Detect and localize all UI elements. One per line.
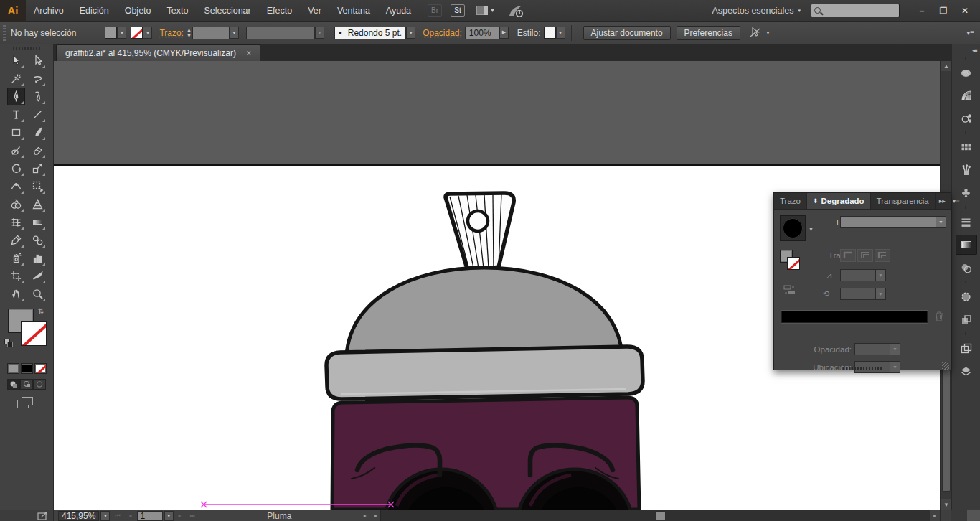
gradient-button[interactable]	[21, 363, 33, 374]
stroke-panel-link[interactable]: Trazo:	[159, 28, 184, 38]
tab-transparencia[interactable]: Transparencia	[871, 193, 936, 209]
scroll-up-icon[interactable]: ▲	[941, 61, 952, 71]
chevron-down-icon[interactable]: ▼	[556, 27, 565, 39]
tool-blob-brush[interactable]	[7, 141, 25, 159]
tab-degradado[interactable]: ⬍ Degradado	[807, 193, 871, 209]
stroke-color-control[interactable]: ▼	[131, 27, 152, 39]
tool-direct-selection[interactable]	[29, 52, 47, 70]
dock-grip[interactable]	[965, 281, 967, 283]
fit-document-button[interactable]: Ajustar documento	[583, 26, 671, 40]
dock-color-icon[interactable]	[956, 62, 977, 83]
stroke-width-stepper[interactable]: ▲▼	[187, 27, 192, 38]
minimize-button[interactable]: –	[911, 3, 933, 19]
dock-artboards-icon[interactable]	[956, 338, 977, 358]
menu-ayuda[interactable]: Ayuda	[378, 0, 419, 22]
menu-texto[interactable]: Texto	[159, 0, 197, 22]
isolate-selection-control[interactable]: ▼	[749, 27, 771, 39]
menu-efecto[interactable]: Efecto	[259, 0, 300, 22]
dock-transparency-icon[interactable]	[956, 258, 977, 278]
hscroll-right-icon[interactable]: ▸	[930, 512, 940, 519]
opacity-dropdown[interactable]: ▼	[854, 343, 900, 355]
dock-grip[interactable]	[965, 131, 967, 134]
tool-zoom[interactable]	[29, 285, 47, 303]
preferences-button[interactable]: Preferencias	[677, 26, 740, 40]
panel-menu-icon[interactable]: ▾≡	[949, 193, 963, 209]
tool-shape-builder[interactable]	[7, 195, 25, 213]
prev-artboard-icon[interactable]: ◂	[126, 512, 136, 519]
collapse-panel-icon[interactable]: ⬍	[813, 197, 819, 205]
hscroll-left-icon[interactable]: ◂	[370, 512, 380, 519]
close-button[interactable]: ✕	[954, 3, 976, 19]
status-flyout-icon[interactable]: ▸	[360, 512, 370, 519]
brush-definition[interactable]: ● Redondo 5 pt.	[334, 27, 406, 39]
panel-resize-grip[interactable]	[942, 362, 949, 370]
fill-swatch[interactable]	[105, 27, 117, 39]
menu-ventana[interactable]: Ventana	[329, 0, 378, 22]
close-tab-icon[interactable]: ✕	[246, 50, 252, 57]
panel-grip[interactable]	[3, 25, 6, 41]
app-logo[interactable]: Ai	[0, 0, 26, 22]
tool-free-transform[interactable]	[29, 177, 47, 195]
stroke-color-well[interactable]	[21, 321, 47, 346]
gradient-fill-stroke-toggle[interactable]	[780, 250, 809, 278]
default-fill-stroke-icon[interactable]	[4, 339, 14, 347]
menu-archivo[interactable]: Archivo	[26, 0, 72, 22]
stroke-gradient-across-button[interactable]	[875, 249, 890, 262]
tool-blend[interactable]	[29, 231, 47, 249]
dock-stroke-icon[interactable]	[956, 212, 977, 232]
style-control[interactable]: ▼	[544, 27, 565, 39]
zoom-dropdown-icon[interactable]: ▼	[100, 511, 110, 521]
tool-column-graph[interactable]	[29, 249, 47, 267]
menu-edicion[interactable]: Edición	[72, 0, 117, 22]
tool-lasso[interactable]	[29, 70, 47, 88]
stroke-gradient-within-button[interactable]	[840, 249, 856, 262]
dock-brushes-icon[interactable]	[956, 160, 977, 180]
artboard-dropdown-icon[interactable]: ▼	[164, 511, 174, 521]
tool-pen[interactable]	[7, 88, 25, 105]
style-swatch[interactable]	[544, 27, 556, 39]
tool-slice[interactable]	[29, 267, 47, 285]
horizontal-scroll-thumb[interactable]	[655, 511, 666, 520]
tool-eraser[interactable]	[29, 141, 47, 159]
chevron-down-icon[interactable]: ▼	[117, 27, 126, 39]
tool-pencil[interactable]	[29, 88, 47, 105]
chevron-down-icon[interactable]: ▼	[406, 27, 415, 39]
control-panel-menu-icon[interactable]: ▾≡	[966, 29, 974, 37]
tool-paintbrush[interactable]	[29, 123, 47, 141]
artboard-number-input[interactable]: 1	[137, 511, 163, 521]
dock-kuler-icon[interactable]	[956, 108, 977, 128]
chevron-down-icon[interactable]: ▼	[230, 27, 239, 39]
fill-color-control[interactable]: ▼	[105, 27, 126, 39]
scroll-down-icon[interactable]: ▼	[941, 499, 952, 510]
tool-magic-wand[interactable]	[7, 70, 25, 88]
dock-swatches-icon[interactable]	[956, 137, 977, 157]
workspace-switcher[interactable]: Aspectos esenciales ▾	[712, 6, 801, 16]
tool-selection[interactable]	[7, 52, 25, 70]
bridge-button[interactable]: Br	[428, 4, 442, 17]
menu-seleccionar[interactable]: Seleccionar	[196, 0, 258, 22]
spray-nozzle[interactable]	[446, 193, 514, 269]
last-artboard-icon[interactable]: ⏭	[187, 512, 199, 520]
panel-grip[interactable]	[13, 47, 40, 50]
menu-ver[interactable]: Ver	[300, 0, 329, 22]
stroke-gradient-along-button[interactable]	[857, 249, 873, 262]
chevron-down-icon[interactable]: ▼	[143, 27, 152, 39]
stroke-swatch[interactable]	[131, 27, 143, 39]
dock-color-guide-icon[interactable]	[956, 85, 977, 105]
chevron-right-icon[interactable]: ▶	[499, 27, 509, 39]
dock-grip[interactable]	[965, 57, 967, 60]
cap-dome[interactable]	[347, 268, 622, 358]
gradient-thumbnail[interactable]	[780, 215, 806, 241]
stroke-width-input[interactable]	[192, 27, 230, 39]
next-artboard-icon[interactable]: ▸	[175, 512, 185, 519]
panel-grip[interactable]	[843, 367, 883, 370]
tool-rectangle[interactable]	[7, 123, 25, 141]
draw-inside-button[interactable]	[33, 379, 46, 390]
tool-width[interactable]	[7, 177, 25, 195]
draw-normal-button[interactable]	[7, 379, 20, 390]
tab-overflow-icon[interactable]: ▸▸	[936, 193, 949, 209]
tool-rotate[interactable]	[7, 159, 25, 177]
menu-objeto[interactable]: Objeto	[117, 0, 159, 22]
none-button[interactable]	[34, 363, 47, 374]
gradient-type-dropdown[interactable]: ▼	[840, 216, 946, 228]
